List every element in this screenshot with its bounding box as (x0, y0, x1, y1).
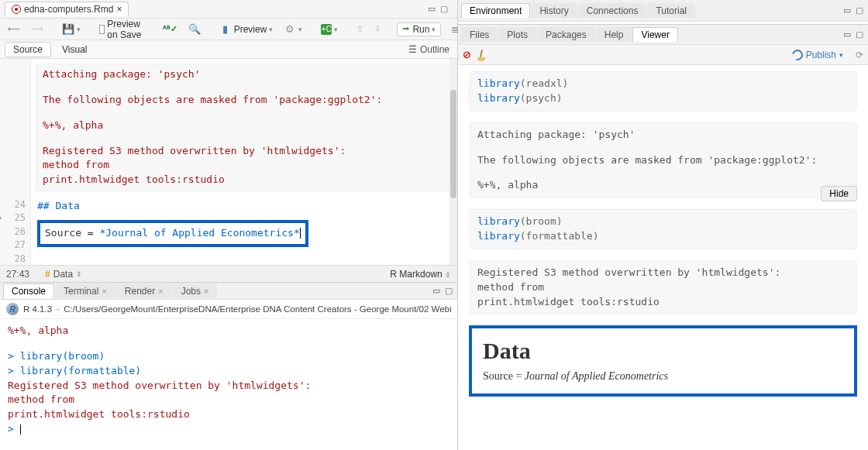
working-dir: C:/Users/GeorgeMount/EnterpriseDNA/Enter… (64, 304, 451, 314)
maximize-icon[interactable]: ▢ (443, 286, 454, 297)
r-logo-icon: R (6, 303, 19, 315)
file-tab[interactable]: edna-computers.Rmd × (5, 2, 129, 16)
find-button[interactable]: 🔍 (185, 22, 204, 37)
minimize-icon[interactable]: ▭ (842, 29, 852, 40)
minimize-icon[interactable]: ▭ (426, 4, 437, 15)
highlighted-line: Source = *Journal of Applied Econometric… (37, 220, 308, 247)
tab-console[interactable]: Console (3, 283, 54, 298)
minimize-icon[interactable]: ▭ (842, 5, 852, 16)
maximize-icon[interactable]: ▢ (439, 4, 450, 15)
maximize-icon[interactable]: ▢ (854, 29, 865, 40)
markdown-heading: ## Data (37, 199, 451, 214)
code-output-block: library(broom) library(formattable) (469, 209, 857, 249)
line-gutter: 24 ▾25 26 27 28 (0, 59, 31, 265)
refresh-button[interactable]: ⟳ (856, 50, 863, 60)
close-icon[interactable]: × (158, 287, 163, 296)
spellcheck-button[interactable]: ᴬᴮ✓ (160, 22, 181, 36)
preview-on-save-checkbox[interactable]: Preview on Save (96, 17, 147, 42)
outline-button[interactable]: ☰ Outline (408, 44, 453, 55)
broom-icon[interactable] (476, 50, 487, 60)
code-output-block: library(readxl) library(psych) (469, 71, 857, 112)
remove-viewer-button[interactable]: ⊘ (463, 49, 471, 60)
hide-output-button[interactable]: Hide (821, 186, 857, 201)
viewer-content[interactable]: library(readxl) library(psych) Attaching… (458, 65, 868, 450)
outline-icon: ☰ (408, 44, 417, 55)
close-icon[interactable]: × (116, 4, 122, 15)
forward-button[interactable]: ⟶ (28, 22, 46, 36)
tab-connections[interactable]: Connections (578, 3, 647, 18)
chevron-updown-icon: ⇕ (76, 270, 82, 278)
go-prev-chunk-button[interactable]: ⇧ (353, 22, 367, 36)
run-arrow-icon: ⮕ (402, 25, 410, 33)
editor-status-bar: 27:43 # Data ⇕ R Markdown ⇕ (0, 265, 457, 282)
publish-icon (790, 47, 804, 62)
message-output-block: Registered S3 method overwritten by 'htm… (469, 260, 857, 315)
tab-history[interactable]: History (531, 3, 577, 18)
visual-tab[interactable]: Visual (54, 43, 95, 57)
tab-environment[interactable]: Environment (461, 3, 530, 18)
go-next-chunk-button[interactable]: ⇩ (371, 22, 384, 36)
source-tab[interactable]: Source (5, 42, 51, 57)
rendered-paragraph: Source = Journal of Applied Econometrics (483, 370, 843, 383)
rmd-file-icon (12, 5, 21, 14)
editor-toolbar: ⟵ ⟶ 💾▾ Preview on Save ᴬᴮ✓ 🔍 ▮ Preview ▾… (0, 19, 457, 40)
console-output[interactable]: %+%, alpha > library(broom) > library(fo… (0, 319, 457, 450)
close-icon[interactable]: × (204, 287, 208, 296)
tab-viewer[interactable]: Viewer (632, 27, 677, 42)
tab-files[interactable]: Files (461, 27, 498, 42)
tab-terminal[interactable]: Terminal× (55, 283, 115, 298)
checkbox-icon (99, 25, 105, 34)
preview-button[interactable]: ▮ Preview ▾ (216, 22, 277, 37)
hash-icon: # (45, 269, 50, 280)
language-mode[interactable]: R Markdown ⇕ (390, 269, 451, 280)
file-tab-label: edna-computers.Rmd (24, 4, 113, 15)
save-button[interactable]: 💾▾ (59, 22, 84, 37)
cursor-position: 27:43 (6, 269, 29, 280)
editor-scrollbar[interactable] (450, 59, 457, 265)
minimize-icon[interactable]: ▭ (431, 286, 442, 297)
code-editor[interactable]: Attaching package: 'psych' The following… (31, 59, 457, 265)
message-output-block: Attaching package: 'psych' The following… (469, 122, 857, 199)
tab-render[interactable]: Render× (116, 283, 172, 298)
maximize-icon[interactable]: ▢ (854, 5, 865, 16)
settings-button[interactable]: ⚙▾ (281, 22, 305, 37)
tab-tutorial[interactable]: Tutorial (647, 3, 695, 18)
tab-help[interactable]: Help (596, 27, 632, 42)
tab-packages[interactable]: Packages (537, 27, 595, 42)
tab-plots[interactable]: Plots (498, 27, 536, 42)
close-icon[interactable]: × (102, 287, 106, 296)
insert-chunk-button[interactable]: +C▾ (318, 22, 341, 36)
publish-button[interactable]: Publish ▾ (792, 50, 843, 60)
section-indicator[interactable]: # Data ⇕ (45, 269, 82, 280)
run-button[interactable]: ⮕ Run ▾ (397, 22, 441, 36)
rendered-output-highlight: Data Source = Journal of Applied Econome… (469, 325, 857, 397)
tab-jobs[interactable]: Jobs× (173, 283, 218, 298)
rendered-heading: Data (483, 338, 843, 364)
r-version: R 4.1.3 (23, 304, 52, 314)
back-button[interactable]: ⟵ (5, 22, 23, 36)
